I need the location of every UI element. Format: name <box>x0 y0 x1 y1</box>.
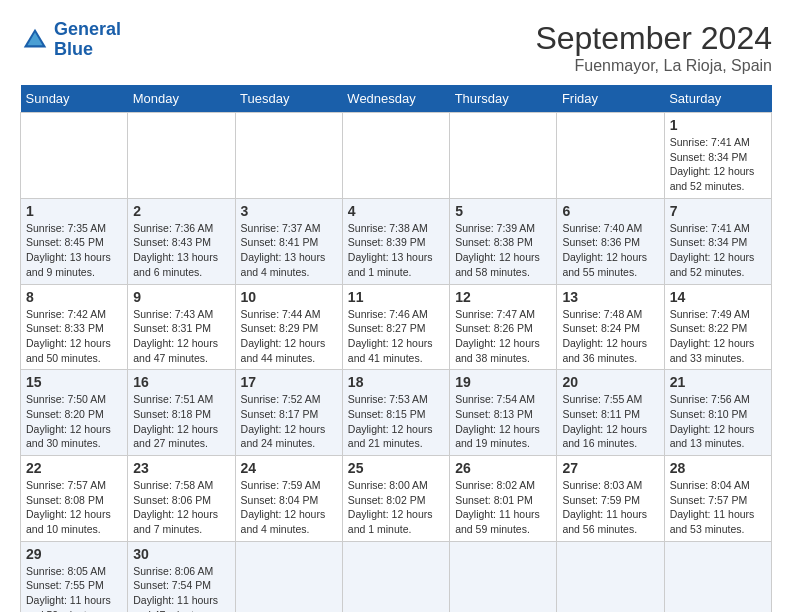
calendar-day-cell: 16Sunrise: 7:51 AM Sunset: 8:18 PM Dayli… <box>128 370 235 456</box>
weekday-header: Tuesday <box>235 85 342 113</box>
day-number: 3 <box>241 203 337 219</box>
day-info: Sunrise: 7:44 AM Sunset: 8:29 PM Dayligh… <box>241 307 337 366</box>
day-info: Sunrise: 7:36 AM Sunset: 8:43 PM Dayligh… <box>133 221 229 280</box>
day-info: Sunrise: 8:03 AM Sunset: 7:59 PM Dayligh… <box>562 478 658 537</box>
calendar-day-cell: 12Sunrise: 7:47 AM Sunset: 8:26 PM Dayli… <box>450 284 557 370</box>
logo-icon <box>20 25 50 55</box>
day-number: 1 <box>26 203 122 219</box>
calendar-day-cell: 18Sunrise: 7:53 AM Sunset: 8:15 PM Dayli… <box>342 370 449 456</box>
day-info: Sunrise: 8:04 AM Sunset: 7:57 PM Dayligh… <box>670 478 766 537</box>
day-number: 13 <box>562 289 658 305</box>
day-number: 30 <box>133 546 229 562</box>
day-number: 10 <box>241 289 337 305</box>
calendar-day-cell: 27Sunrise: 8:03 AM Sunset: 7:59 PM Dayli… <box>557 456 664 542</box>
day-number: 1 <box>670 117 766 133</box>
calendar-day-cell: 1Sunrise: 7:35 AM Sunset: 8:45 PM Daylig… <box>21 198 128 284</box>
calendar-day-cell: 21Sunrise: 7:56 AM Sunset: 8:10 PM Dayli… <box>664 370 771 456</box>
day-number: 25 <box>348 460 444 476</box>
calendar-day-cell <box>235 541 342 612</box>
title-block: September 2024 Fuenmayor, La Rioja, Spai… <box>535 20 772 75</box>
day-number: 24 <box>241 460 337 476</box>
calendar-day-cell: 26Sunrise: 8:02 AM Sunset: 8:01 PM Dayli… <box>450 456 557 542</box>
weekday-header: Sunday <box>21 85 128 113</box>
day-info: Sunrise: 8:05 AM Sunset: 7:55 PM Dayligh… <box>26 564 122 612</box>
day-info: Sunrise: 7:39 AM Sunset: 8:38 PM Dayligh… <box>455 221 551 280</box>
weekday-header: Monday <box>128 85 235 113</box>
day-number: 21 <box>670 374 766 390</box>
day-number: 8 <box>26 289 122 305</box>
day-number: 7 <box>670 203 766 219</box>
calendar-day-cell: 14Sunrise: 7:49 AM Sunset: 8:22 PM Dayli… <box>664 284 771 370</box>
calendar-day-cell <box>557 541 664 612</box>
day-info: Sunrise: 7:46 AM Sunset: 8:27 PM Dayligh… <box>348 307 444 366</box>
calendar-day-cell: 7Sunrise: 7:41 AM Sunset: 8:34 PM Daylig… <box>664 198 771 284</box>
day-info: Sunrise: 7:37 AM Sunset: 8:41 PM Dayligh… <box>241 221 337 280</box>
day-info: Sunrise: 7:48 AM Sunset: 8:24 PM Dayligh… <box>562 307 658 366</box>
calendar-week-row: 8Sunrise: 7:42 AM Sunset: 8:33 PM Daylig… <box>21 284 772 370</box>
day-info: Sunrise: 7:56 AM Sunset: 8:10 PM Dayligh… <box>670 392 766 451</box>
calendar-day-cell <box>342 541 449 612</box>
calendar-day-cell: 8Sunrise: 7:42 AM Sunset: 8:33 PM Daylig… <box>21 284 128 370</box>
day-info: Sunrise: 7:59 AM Sunset: 8:04 PM Dayligh… <box>241 478 337 537</box>
day-info: Sunrise: 7:55 AM Sunset: 8:11 PM Dayligh… <box>562 392 658 451</box>
day-info: Sunrise: 8:02 AM Sunset: 8:01 PM Dayligh… <box>455 478 551 537</box>
calendar-week-row: 29Sunrise: 8:05 AM Sunset: 7:55 PM Dayli… <box>21 541 772 612</box>
calendar-day-cell: 6Sunrise: 7:40 AM Sunset: 8:36 PM Daylig… <box>557 198 664 284</box>
calendar-day-cell <box>235 113 342 199</box>
logo-line2: Blue <box>54 39 93 59</box>
day-info: Sunrise: 7:49 AM Sunset: 8:22 PM Dayligh… <box>670 307 766 366</box>
day-number: 26 <box>455 460 551 476</box>
calendar-day-cell: 13Sunrise: 7:48 AM Sunset: 8:24 PM Dayli… <box>557 284 664 370</box>
calendar-day-cell: 4Sunrise: 7:38 AM Sunset: 8:39 PM Daylig… <box>342 198 449 284</box>
day-number: 27 <box>562 460 658 476</box>
calendar-day-cell <box>128 113 235 199</box>
day-number: 17 <box>241 374 337 390</box>
day-number: 4 <box>348 203 444 219</box>
day-number: 6 <box>562 203 658 219</box>
calendar-day-cell: 11Sunrise: 7:46 AM Sunset: 8:27 PM Dayli… <box>342 284 449 370</box>
day-info: Sunrise: 7:51 AM Sunset: 8:18 PM Dayligh… <box>133 392 229 451</box>
calendar-day-cell: 3Sunrise: 7:37 AM Sunset: 8:41 PM Daylig… <box>235 198 342 284</box>
logo: General Blue <box>20 20 121 60</box>
day-info: Sunrise: 7:52 AM Sunset: 8:17 PM Dayligh… <box>241 392 337 451</box>
calendar-week-row: 1Sunrise: 7:41 AM Sunset: 8:34 PM Daylig… <box>21 113 772 199</box>
day-number: 23 <box>133 460 229 476</box>
calendar-week-row: 22Sunrise: 7:57 AM Sunset: 8:08 PM Dayli… <box>21 456 772 542</box>
day-info: Sunrise: 7:58 AM Sunset: 8:06 PM Dayligh… <box>133 478 229 537</box>
calendar-day-cell <box>21 113 128 199</box>
day-number: 9 <box>133 289 229 305</box>
calendar-week-row: 1Sunrise: 7:35 AM Sunset: 8:45 PM Daylig… <box>21 198 772 284</box>
weekday-header: Friday <box>557 85 664 113</box>
day-info: Sunrise: 7:42 AM Sunset: 8:33 PM Dayligh… <box>26 307 122 366</box>
calendar-day-cell: 15Sunrise: 7:50 AM Sunset: 8:20 PM Dayli… <box>21 370 128 456</box>
calendar-day-cell <box>450 541 557 612</box>
day-info: Sunrise: 7:54 AM Sunset: 8:13 PM Dayligh… <box>455 392 551 451</box>
day-number: 16 <box>133 374 229 390</box>
day-info: Sunrise: 7:43 AM Sunset: 8:31 PM Dayligh… <box>133 307 229 366</box>
day-number: 2 <box>133 203 229 219</box>
day-info: Sunrise: 7:41 AM Sunset: 8:34 PM Dayligh… <box>670 221 766 280</box>
day-info: Sunrise: 7:38 AM Sunset: 8:39 PM Dayligh… <box>348 221 444 280</box>
calendar-day-cell: 22Sunrise: 7:57 AM Sunset: 8:08 PM Dayli… <box>21 456 128 542</box>
logo-text: General Blue <box>54 20 121 60</box>
calendar-day-cell: 9Sunrise: 7:43 AM Sunset: 8:31 PM Daylig… <box>128 284 235 370</box>
calendar-day-cell <box>664 541 771 612</box>
day-info: Sunrise: 7:41 AM Sunset: 8:34 PM Dayligh… <box>670 135 766 194</box>
logo-line1: General <box>54 19 121 39</box>
page-subtitle: Fuenmayor, La Rioja, Spain <box>535 57 772 75</box>
day-number: 22 <box>26 460 122 476</box>
day-number: 11 <box>348 289 444 305</box>
page-header: General Blue September 2024 Fuenmayor, L… <box>20 20 772 75</box>
day-info: Sunrise: 7:53 AM Sunset: 8:15 PM Dayligh… <box>348 392 444 451</box>
day-info: Sunrise: 7:40 AM Sunset: 8:36 PM Dayligh… <box>562 221 658 280</box>
day-number: 28 <box>670 460 766 476</box>
day-number: 18 <box>348 374 444 390</box>
day-number: 19 <box>455 374 551 390</box>
day-info: Sunrise: 7:50 AM Sunset: 8:20 PM Dayligh… <box>26 392 122 451</box>
day-info: Sunrise: 7:47 AM Sunset: 8:26 PM Dayligh… <box>455 307 551 366</box>
day-number: 20 <box>562 374 658 390</box>
day-number: 12 <box>455 289 551 305</box>
weekday-header-row: SundayMondayTuesdayWednesdayThursdayFrid… <box>21 85 772 113</box>
calendar-day-cell: 17Sunrise: 7:52 AM Sunset: 8:17 PM Dayli… <box>235 370 342 456</box>
calendar-day-cell: 28Sunrise: 8:04 AM Sunset: 7:57 PM Dayli… <box>664 456 771 542</box>
